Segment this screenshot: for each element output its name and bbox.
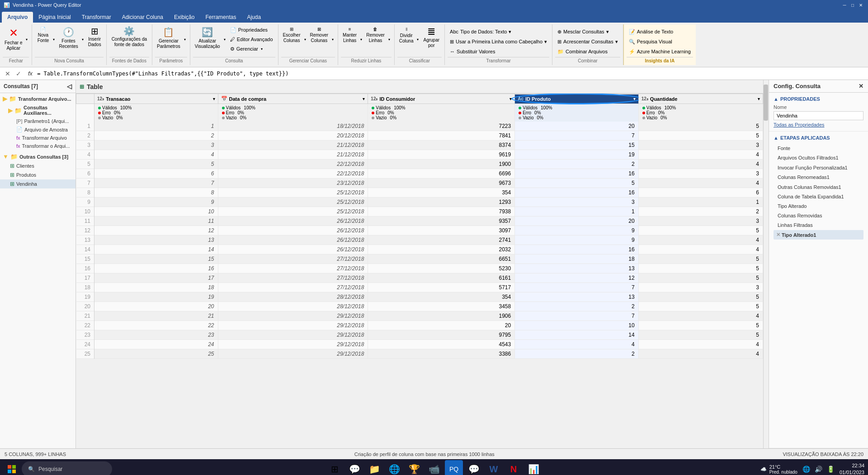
- editor-avancado-button[interactable]: 🖊 Editor Avançado: [228, 35, 275, 44]
- dividir-coluna-arrow[interactable]: ▾: [415, 25, 420, 53]
- col-header-transacao[interactable]: 12₃ Transacao ▾: [94, 94, 218, 104]
- remover-colunas-button[interactable]: ⊠ RemoverColunas: [308, 25, 330, 53]
- atualizar-viz-button[interactable]: 🔄 AtualizarVisualização: [193, 25, 222, 53]
- escolher-colunas-arrow[interactable]: ▾: [303, 25, 307, 53]
- col-sort-consumidor[interactable]: ▾: [509, 97, 512, 101]
- azure-ml-button[interactable]: ⚡ Azure Machine Learning: [627, 47, 693, 56]
- step-item-6[interactable]: Tipo Alterado: [774, 202, 863, 211]
- step-item-5[interactable]: Coluna de Tabela Expandida1: [774, 192, 863, 201]
- tab-exibicao[interactable]: Exibição: [169, 12, 200, 23]
- escolher-colunas-button[interactable]: ⊞ EscolherColunas: [281, 25, 302, 53]
- query-group-auxiliares-header[interactable]: ▶ 📁 Consultas Auxiliares...: [0, 103, 75, 117]
- query-item-transformar-arqui[interactable]: fx Transformar o Arqui...: [0, 142, 75, 150]
- maximize-button[interactable]: □: [849, 1, 856, 9]
- remover-colunas-arrow[interactable]: ▾: [330, 25, 335, 53]
- agrupar-por-button[interactable]: ≣ Agruparpor: [421, 25, 442, 53]
- gerenciar-button[interactable]: ⚙ Gerenciar: [228, 44, 260, 53]
- all-properties-link[interactable]: Todas as Propriedades: [774, 122, 863, 127]
- query-item-produtos[interactable]: ⊞ Produtos: [0, 170, 75, 179]
- taskbar-app-meet[interactable]: 📹: [425, 460, 443, 475]
- fechar-aplicar-arrow[interactable]: ▾: [24, 25, 29, 53]
- query-item-amostra[interactable]: 📄 Arquivo de Amostra: [0, 125, 75, 134]
- tab-arquivo[interactable]: Arquivo: [2, 12, 33, 23]
- gerenciar-params-arrow[interactable]: ▾: [183, 25, 187, 53]
- taskbar-app-edge[interactable]: 🌐: [385, 460, 403, 475]
- config-fonte-button[interactable]: ⚙️ Configurações dafonte de dados: [109, 25, 149, 53]
- col-sort-data[interactable]: ▾: [363, 97, 365, 101]
- query-group-transformar-header[interactable]: ▶ 📁 Transformar Arquivo...: [0, 94, 75, 103]
- taskbar-app-teams2[interactable]: 🏆: [405, 460, 423, 475]
- substituir-valores-button[interactable]: ↔ Substituir Valores: [448, 47, 549, 56]
- start-button[interactable]: [4, 461, 20, 475]
- gerenciar-params-button[interactable]: 📋 GerenciarParâmetros: [155, 25, 182, 53]
- taskbar-search[interactable]: 🔍 Pesquisar: [22, 461, 112, 475]
- manter-linhas-arrow[interactable]: ▾: [359, 25, 363, 53]
- step-item-4[interactable]: Outras Colunas Removidas1 ⚙: [774, 182, 863, 192]
- propriedades-button[interactable]: 📄 Propriedades: [228, 25, 275, 34]
- tab-pagina-inicial[interactable]: Página Inicial: [33, 12, 76, 23]
- remover-linhas-arrow[interactable]: ▾: [387, 25, 392, 53]
- tab-transformar[interactable]: Transformar: [76, 12, 117, 23]
- taskbar-app-word[interactable]: W: [485, 460, 503, 475]
- tab-ferramentas[interactable]: Ferramentas: [200, 12, 241, 23]
- col-sort-produto[interactable]: ▾: [633, 97, 636, 101]
- query-item-clientes[interactable]: ⊞ Clientes: [0, 161, 75, 170]
- query-item-transformar-arquivo[interactable]: fx Transformar Arquivo: [0, 134, 75, 142]
- tipo-dados-button[interactable]: Abc Tipo de Dados: Texto ▾: [448, 27, 549, 36]
- step-item-2[interactable]: Invocar Função Personalizada1 ⚙: [774, 163, 863, 172]
- dividir-coluna-button[interactable]: ⫴ DividirColuna: [397, 25, 415, 53]
- col-header-consumidor[interactable]: 12₃ ID Consumidor ▾: [368, 94, 515, 104]
- formula-confirm-button[interactable]: ✓: [14, 69, 24, 79]
- close-button[interactable]: ✕: [857, 1, 864, 9]
- tab-ajuda[interactable]: Ajuda: [241, 12, 266, 23]
- nova-fonte-button[interactable]: 📄 NovaFonte: [35, 25, 51, 53]
- analise-texto-button[interactable]: 📝 Análise de Texto: [627, 27, 693, 36]
- taskbar-app-powerbi[interactable]: 📊: [524, 460, 542, 475]
- step-item-8[interactable]: Linhas Filtradas: [774, 221, 863, 230]
- col-header-data[interactable]: 📅 Data de compra ▾: [218, 94, 368, 104]
- step-item-9[interactable]: ✕ Tipo Alterado1: [774, 230, 863, 240]
- fontes-recentes-button[interactable]: 🕐 FontesRecentes: [57, 25, 80, 53]
- taskbar-app-netflix[interactable]: N: [505, 460, 523, 475]
- query-item-parametro1[interactable]: [P] Parâmetro1 (Arqui...: [0, 117, 75, 125]
- query-panel-collapse[interactable]: ◁: [67, 83, 72, 90]
- inserir-dados-button[interactable]: ⊞ InserirDados: [86, 25, 104, 53]
- data-scrollbar[interactable]: [763, 80, 769, 448]
- taskbar-app-whatsapp[interactable]: 💬: [465, 460, 483, 475]
- data-table-wrapper[interactable]: 12₃ Transacao ▾ 📅 Data de compra ▾: [76, 94, 763, 448]
- formula-cancel-button[interactable]: ✕: [3, 69, 13, 79]
- taskbar-app-pq[interactable]: PQ: [445, 460, 463, 475]
- taskbar-app-widgets[interactable]: ⊞: [326, 460, 344, 475]
- data-scrollbar-thumb[interactable]: [764, 85, 768, 121]
- query-item-vendinha[interactable]: ⊞ Vendinha: [0, 179, 75, 188]
- atualizar-viz-arrow[interactable]: ▾: [222, 25, 227, 53]
- step-item-7[interactable]: Colunas Removidas: [774, 211, 863, 220]
- primeira-linha-button[interactable]: ⊞ Usar a Primeira Linha como Cabeçalho ▾: [448, 37, 549, 46]
- acrescentar-consultas-button[interactable]: ⊞ Acrescentar Consultas ▾: [555, 37, 620, 46]
- taskbar-app-teams[interactable]: 💬: [345, 460, 363, 475]
- network-icon[interactable]: 🌐: [801, 465, 811, 474]
- taskbar-clock[interactable]: 22:34 01/01/2023: [840, 462, 864, 475]
- nova-fonte-arrow[interactable]: ▾: [52, 25, 56, 53]
- taskbar-app-fileexplorer[interactable]: 📁: [365, 460, 383, 475]
- step-item-0[interactable]: Fonte ⚙: [774, 143, 863, 153]
- step-item-1[interactable]: Arquivos Ocultos Filtrados1: [774, 153, 863, 162]
- right-panel-close[interactable]: ✕: [859, 83, 863, 89]
- col-sort-transacao[interactable]: ▾: [213, 97, 215, 101]
- fechar-aplicar-button[interactable]: ✕ Fechar eAplicar: [3, 25, 24, 53]
- manter-linhas-button[interactable]: ≡ ManterLinhas: [341, 25, 359, 53]
- col-header-quantidade[interactable]: 12₃ Quantidade ▾: [638, 94, 763, 104]
- query-group-outras-header[interactable]: ▼ 📁 Outras Consultas [3]: [0, 152, 75, 161]
- combinar-arquivos-button[interactable]: 📁 Combinar Arquivos: [555, 47, 620, 56]
- col-sort-quantidade[interactable]: ▾: [758, 97, 760, 101]
- remover-linhas-button[interactable]: 🗑 RemoverLinhas: [364, 25, 387, 53]
- tab-adicionar-coluna[interactable]: Adicionar Coluna: [117, 12, 169, 23]
- gerenciar-arrow[interactable]: ▾: [261, 47, 263, 51]
- volume-icon[interactable]: 🔊: [813, 465, 824, 474]
- name-prop-input[interactable]: [774, 111, 863, 120]
- mesclar-consultas-button[interactable]: ⊕ Mesclar Consultas ▾: [555, 27, 620, 36]
- battery-icon[interactable]: 🔋: [826, 465, 836, 474]
- minimize-button[interactable]: ─: [841, 1, 848, 9]
- formula-input[interactable]: [37, 71, 865, 77]
- col-header-produto[interactable]: Ac ID Produto ▾: [515, 94, 639, 104]
